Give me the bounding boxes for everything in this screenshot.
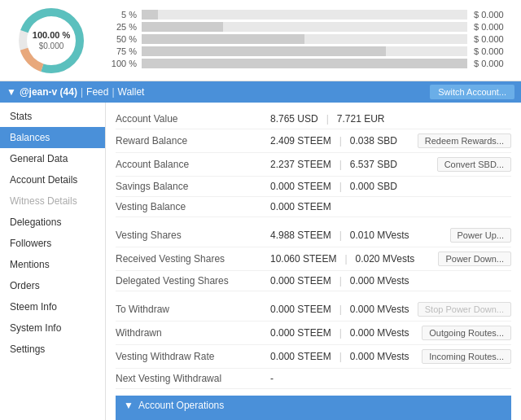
- nav-wallet-link[interactable]: Wallet: [118, 86, 145, 98]
- received-vesting-values: 10.060 STEEM | 0.020 MVests Power Down..…: [270, 252, 511, 266]
- reward-balance-values: 2.409 STEEM | 0.038 SBD Redeem Rewards..…: [270, 133, 511, 148]
- wd-mvests: 0.000 MVests: [350, 327, 409, 339]
- rvs-steem: 10.060 STEEM: [270, 253, 336, 265]
- pct-value-75: $ 0.000: [474, 46, 514, 56]
- sidebar-item-system-info[interactable]: System Info: [0, 317, 105, 339]
- pct-row-75: 75 % $ 0.000: [104, 46, 514, 56]
- sidebar-item-settings[interactable]: Settings: [0, 339, 105, 360]
- donut-percent-label: 100.00 % $0.000: [33, 29, 70, 50]
- pct-value-5: $ 0.000: [474, 10, 514, 20]
- pct-bar-100: [142, 59, 467, 68]
- pct-value-100: $ 0.000: [474, 59, 514, 68]
- savings-balance-values: 0.000 STEEM | 0.000 SBD: [270, 181, 511, 192]
- power-down-button[interactable]: Power Down...: [438, 252, 511, 266]
- account-value-row: Account Value 8.765 USD | 7.721 EUR: [116, 109, 511, 129]
- donut-chart: 100.00 % $0.000: [7, 7, 96, 74]
- reward-balance-label: Reward Balance: [116, 135, 270, 147]
- delegated-vesting-values: 0.000 STEEM | 0.000 MVests: [270, 275, 511, 287]
- vwr-label: Vesting Withdraw Rate: [116, 351, 270, 362]
- sav-steem: 0.000 STEEM: [270, 181, 331, 192]
- stop-power-down-button[interactable]: Stop Power Down...: [418, 302, 511, 317]
- nav-user[interactable]: @jean-v (44): [20, 86, 77, 98]
- sidebar-item-orders[interactable]: Orders: [0, 275, 105, 296]
- pct-row-25: 25 % $ 0.000: [104, 22, 514, 32]
- vesting-balance-values: 0.000 STEEM: [270, 201, 511, 212]
- wd-steem: 0.000 STEEM: [270, 327, 331, 339]
- vs-steem: 4.988 STEEM: [270, 230, 331, 241]
- sidebar-item-balances[interactable]: Balances: [0, 127, 105, 148]
- vwr-mvests: 0.000 MVests: [350, 351, 409, 362]
- to-withdraw-values: 0.000 STEEM | 0.000 MVests Stop Power Do…: [270, 302, 511, 317]
- acc-sbd: 6.537 SBD: [350, 159, 397, 170]
- vwr-values: 0.000 STEEM | 0.000 MVests Incoming Rout…: [270, 349, 511, 364]
- nav-sep-2: |: [112, 86, 114, 98]
- top-section: 100.00 % $0.000 5 % $ 0.000 25 % $ 0.000…: [0, 0, 521, 81]
- sidebar-item-followers[interactable]: Followers: [0, 233, 105, 254]
- nvw-row: Next Vesting Withdrawal -: [116, 369, 511, 389]
- account-balance-row: Account Balance 2.237 STEEM | 6.537 SBD …: [116, 153, 511, 177]
- sidebar-item-general-data[interactable]: General Data: [0, 148, 105, 169]
- section-gap-1: [116, 217, 511, 224]
- pct-label-75: 75 %: [104, 46, 137, 56]
- reward-steem: 2.409 STEEM: [270, 135, 331, 147]
- pct-bar-75: [142, 46, 467, 56]
- vs-mvests: 0.010 MVests: [350, 230, 409, 241]
- delegated-vesting-label: Delegated Vesting Shares: [116, 275, 270, 287]
- nvw-value: -: [270, 373, 274, 384]
- nvw-values: -: [270, 373, 511, 384]
- sidebar-item-steem-info[interactable]: Steem Info: [0, 296, 105, 317]
- pct-value-25: $ 0.000: [474, 22, 514, 32]
- pct-value-50: $ 0.000: [474, 34, 514, 44]
- switch-account-button[interactable]: Switch Account...: [430, 85, 514, 99]
- sidebar-item-delegations[interactable]: Delegations: [0, 212, 105, 233]
- account-ops-header: ▼ Account Operations: [116, 396, 511, 415]
- power-up-button[interactable]: Power Up...: [450, 228, 511, 243]
- nav-bar: ▼ @jean-v (44) | Feed | Wallet Switch Ac…: [0, 81, 521, 103]
- today-label: Today: [116, 415, 511, 420]
- tw-mvests: 0.000 MVests: [350, 304, 409, 315]
- dvs-steem: 0.000 STEEM: [270, 275, 331, 287]
- content-area: Account Value 8.765 USD | 7.721 EUR Rewa…: [106, 103, 521, 420]
- reward-sbd: 0.038 SBD: [350, 135, 397, 147]
- account-value-values: 8.765 USD | 7.721 EUR: [270, 113, 511, 125]
- account-balance-label: Account Balance: [116, 159, 270, 170]
- savings-balance-row: Savings Balance 0.000 STEEM | 0.000 SBD: [116, 177, 511, 197]
- vest-steem: 0.000 STEEM: [270, 201, 331, 212]
- pct-label-5: 5 %: [104, 10, 137, 20]
- convert-sbd-button[interactable]: Convert SBD...: [437, 157, 511, 172]
- section-gap-2: [116, 291, 511, 298]
- received-vesting-label: Received Vesting Shares: [116, 253, 270, 265]
- account-value-eur: 7.721 EUR: [337, 113, 385, 125]
- pct-row-100: 100 % $ 0.000: [104, 59, 514, 68]
- acc-steem: 2.237 STEEM: [270, 159, 331, 170]
- rvs-mvests: 0.020 MVests: [356, 253, 415, 265]
- redeem-rewards-button[interactable]: Redeem Rewards...: [418, 133, 511, 148]
- pct-bar-25: [142, 22, 467, 32]
- account-ops-title: Account Operations: [138, 400, 224, 411]
- account-value-label: Account Value: [116, 113, 270, 125]
- account-value-usd: 8.765 USD: [270, 113, 318, 125]
- nav-sep-1: |: [81, 86, 83, 98]
- account-balance-values: 2.237 STEEM | 6.537 SBD Convert SBD...: [270, 157, 511, 172]
- sidebar-item-stats[interactable]: Stats: [0, 106, 105, 127]
- tw-steem: 0.000 STEEM: [270, 304, 331, 315]
- vesting-shares-values: 4.988 STEEM | 0.010 MVests Power Up...: [270, 228, 511, 243]
- incoming-routes-button[interactable]: Incoming Routes...: [422, 349, 511, 364]
- pct-label-100: 100 %: [104, 59, 137, 68]
- sidebar-item-account-details[interactable]: Account Details: [0, 169, 105, 190]
- received-vesting-row: Received Vesting Shares 10.060 STEEM | 0…: [116, 247, 511, 271]
- to-withdraw-label: To Withdraw: [116, 304, 270, 315]
- nav-feed-link[interactable]: Feed: [86, 86, 108, 98]
- vwr-row: Vesting Withdraw Rate 0.000 STEEM | 0.00…: [116, 345, 511, 369]
- dvs-mvests: 0.000 MVests: [350, 275, 409, 287]
- outgoing-routes-button[interactable]: Outgoing Routes...: [422, 326, 511, 340]
- sidebar-item-mentions[interactable]: Mentions: [0, 254, 105, 275]
- nvw-label: Next Vesting Withdrawal: [116, 373, 270, 384]
- sidebar: Stats Balances General Data Account Deta…: [0, 103, 106, 420]
- vesting-shares-label: Vesting Shares: [116, 230, 270, 241]
- withdrawn-label: Withdrawn: [116, 327, 270, 339]
- pct-row-50: 50 % $ 0.000: [104, 34, 514, 44]
- savings-balance-label: Savings Balance: [116, 181, 270, 192]
- reward-balance-row: Reward Balance 2.409 STEEM | 0.038 SBD R…: [116, 129, 511, 153]
- delegated-vesting-row: Delegated Vesting Shares 0.000 STEEM | 0…: [116, 271, 511, 291]
